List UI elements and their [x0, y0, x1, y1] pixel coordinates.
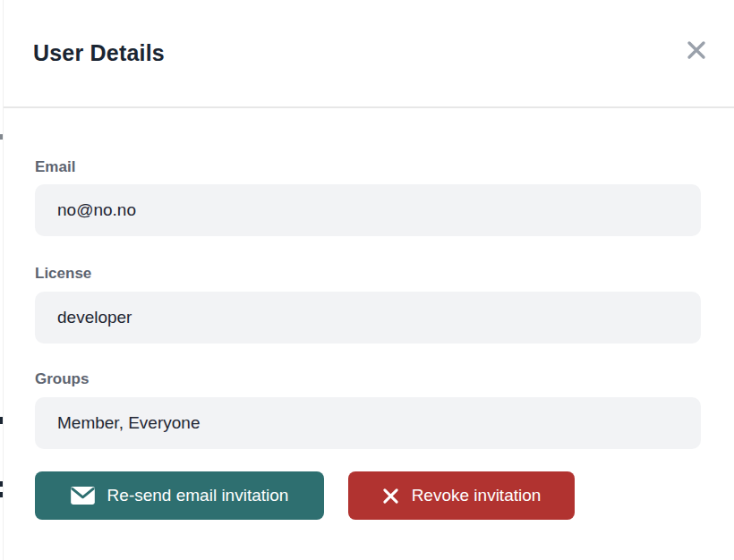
page-title: User Details: [33, 40, 165, 66]
revoke-invitation-button[interactable]: Revoke invitation: [348, 471, 575, 520]
email-value: no@no.no: [57, 200, 136, 220]
modal-header: User Details: [4, 0, 734, 108]
groups-field[interactable]: Member, Everyone: [35, 397, 701, 449]
groups-label: Groups: [35, 370, 89, 388]
envelope-icon: [71, 487, 95, 505]
email-label: Email: [35, 158, 75, 176]
revoke-button-label: Revoke invitation: [412, 486, 542, 505]
close-button[interactable]: [684, 38, 709, 64]
license-field[interactable]: developer: [35, 292, 701, 344]
close-icon: [686, 39, 707, 64]
groups-value: Member, Everyone: [57, 413, 200, 433]
resend-button-label: Re-send email invitation: [107, 486, 289, 505]
resend-email-invitation-button[interactable]: Re-send email invitation: [35, 471, 324, 520]
email-field[interactable]: no@no.no: [35, 184, 701, 236]
license-label: License: [35, 265, 91, 283]
license-value: developer: [57, 308, 132, 327]
x-icon: [382, 488, 399, 505]
user-details-modal: User Details Email no@no.no License deve…: [3, 0, 734, 560]
